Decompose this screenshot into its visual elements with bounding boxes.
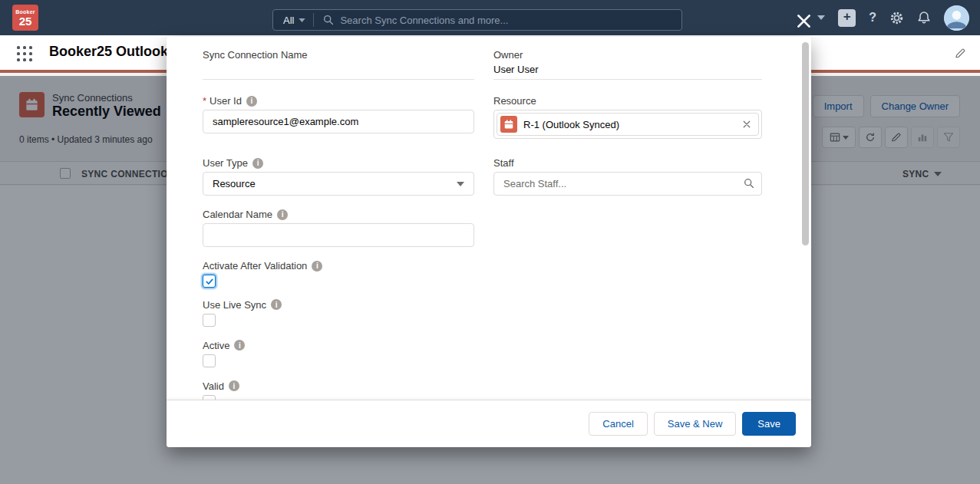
field-calendar-name: Calendar Name [203, 209, 474, 247]
close-x-icon [797, 14, 811, 28]
resource-pill-label: R-1 (Outlook Synced) [523, 119, 736, 130]
sync-connection-name-value [203, 64, 474, 80]
info-icon[interactable] [312, 261, 322, 272]
cancel-button[interactable]: Cancel [589, 412, 647, 436]
checkmark-icon [205, 277, 214, 286]
calendar-name-label: Calendar Name [203, 209, 272, 220]
modal-scrollbar-thumb[interactable] [802, 42, 809, 245]
user-type-label: User Type [203, 157, 248, 169]
use-live-sync-label: Use Live Sync [203, 299, 266, 311]
edit-nav-pencil-icon[interactable] [955, 48, 966, 59]
use-live-sync-checkbox[interactable] [203, 314, 216, 327]
notifications-bell-icon[interactable] [917, 11, 931, 25]
user-type-selected-option: Resource [213, 178, 256, 189]
setup-gear-icon[interactable] [889, 11, 904, 25]
required-asterisk: * [203, 95, 206, 107]
info-icon[interactable] [246, 96, 257, 107]
search-scope-selector[interactable]: All [273, 10, 313, 30]
record-edit-form: Sync Connection Name Owner User User * U… [203, 49, 764, 400]
header-actions: ? [817, 0, 969, 35]
modal-body: Sync Connection Name Owner User User * U… [167, 37, 811, 400]
field-active: Active [203, 340, 474, 370]
help-icon[interactable]: ? [869, 11, 876, 25]
activate-after-validation-checkbox[interactable] [203, 275, 216, 288]
modal-footer: Cancel Save & New Save [167, 400, 811, 447]
app-launcher-icon[interactable] [17, 46, 33, 62]
edit-sync-connection-modal: Sync Connection Name Owner User User * U… [167, 37, 811, 447]
chevron-down-icon [299, 18, 305, 22]
sync-connection-name-label: Sync Connection Name [203, 49, 308, 61]
user-type-select[interactable]: Resource [203, 172, 474, 196]
field-use-live-sync: Use Live Sync [203, 299, 474, 329]
global-search[interactable]: All [272, 9, 682, 31]
modal-close-button[interactable] [794, 11, 813, 31]
booker25-logo[interactable]: Booker 25 [12, 5, 38, 31]
owner-value: User User [493, 64, 762, 80]
user-avatar[interactable] [944, 5, 969, 31]
info-icon[interactable] [277, 209, 288, 220]
search-icon [323, 15, 334, 25]
chevron-down-icon [457, 182, 464, 186]
user-id-label: User Id [210, 95, 242, 107]
valid-label: Valid [203, 380, 224, 392]
global-header: Booker 25 All ? [0, 0, 980, 35]
resource-lookup-field[interactable]: R-1 (Outlook Synced) [493, 110, 762, 139]
quick-create-icon[interactable] [838, 9, 856, 27]
field-activate-after-validation: Activate After Validation [203, 260, 474, 288]
logo-text-top: Booker [15, 9, 35, 15]
search-scope-label: All [283, 15, 294, 26]
save-button[interactable]: Save [742, 412, 796, 436]
info-icon[interactable] [229, 380, 239, 391]
field-staff: Staff [493, 157, 762, 196]
active-checkbox[interactable] [203, 354, 216, 367]
info-icon[interactable] [234, 340, 245, 351]
info-icon[interactable] [252, 158, 263, 169]
active-label: Active [203, 340, 229, 351]
global-search-input[interactable] [340, 15, 681, 26]
activate-after-validation-label: Activate After Validation [203, 260, 307, 272]
owner-label: Owner [493, 49, 523, 61]
app-name: Booker25 Outlook [49, 44, 168, 60]
staff-search-input[interactable] [493, 172, 762, 196]
save-and-new-button[interactable]: Save & New [654, 412, 737, 436]
field-owner: Owner User User [493, 49, 762, 80]
search-divider [313, 13, 314, 27]
user-id-input[interactable] [203, 110, 474, 133]
info-icon[interactable] [271, 299, 282, 310]
resource-selected-pill[interactable]: R-1 (Outlook Synced) [497, 113, 759, 136]
field-sync-connection-name: Sync Connection Name [203, 49, 474, 80]
favorites-chevron-icon[interactable] [817, 15, 825, 20]
search-icon [744, 178, 754, 189]
modal-scrollbar-track[interactable] [802, 39, 810, 397]
staff-label: Staff [493, 157, 514, 169]
field-user-id: * User Id [203, 95, 474, 139]
resource-label: Resource [493, 95, 536, 107]
calendar-icon [500, 116, 517, 133]
calendar-name-input[interactable] [203, 223, 474, 247]
field-valid: Valid [203, 380, 474, 400]
remove-pill-icon[interactable] [742, 120, 751, 129]
field-user-type: User Type Resource [203, 157, 474, 196]
field-resource: Resource R-1 (Outlook Synced) [493, 95, 762, 139]
logo-text-bottom: 25 [19, 15, 32, 27]
